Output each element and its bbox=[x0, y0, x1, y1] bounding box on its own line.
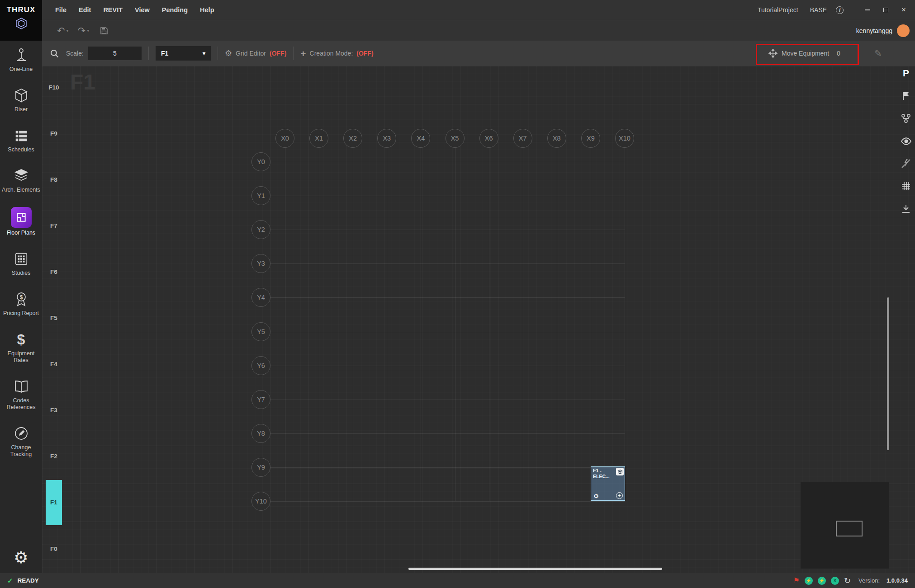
sidebar-item-label: Riser bbox=[14, 106, 28, 113]
save-icon[interactable] bbox=[100, 27, 108, 35]
canvas-toolbar: Scale: F1 ▾ ⚙ Grid Editor (OFF) + Creati… bbox=[42, 41, 915, 66]
floor-tab-f9[interactable]: F9 bbox=[46, 111, 62, 156]
eye-icon[interactable] bbox=[900, 135, 912, 147]
grid-line-horizontal bbox=[270, 297, 625, 298]
floor-tab-f3[interactable]: F3 bbox=[46, 388, 62, 433]
sidebar-item-label: Pricing Report bbox=[3, 310, 39, 317]
magnifier-icon[interactable] bbox=[50, 49, 59, 58]
menu-pending[interactable]: Pending bbox=[162, 6, 188, 14]
close-button[interactable]: × bbox=[900, 6, 908, 14]
creation-mode-label: Creation Mode: bbox=[310, 50, 353, 57]
y-axis-bubble-y7: Y7 bbox=[251, 390, 270, 409]
sidebar-item-one-line[interactable]: One-Line bbox=[0, 46, 42, 73]
sidebar-item-change-tracking[interactable]: Change Tracking bbox=[0, 424, 42, 458]
sidebar-item-codes-references[interactable]: Codes References bbox=[0, 377, 42, 411]
undo-chevron-icon[interactable]: ▾ bbox=[66, 28, 69, 33]
grid-line-horizontal bbox=[270, 467, 625, 468]
equipment-gear-icon[interactable]: ⚙ bbox=[593, 493, 599, 499]
pencil-icon[interactable]: ✎ bbox=[874, 41, 882, 66]
floor-dropdown-value: F1 bbox=[161, 50, 168, 57]
dollar-icon: $ bbox=[17, 330, 25, 348]
menu-help[interactable]: Help bbox=[200, 6, 214, 14]
creation-mode-toggle[interactable]: + Creation Mode: (OFF) bbox=[300, 49, 373, 58]
floor-tab-f5[interactable]: F5 bbox=[46, 296, 62, 341]
grid-line-horizontal bbox=[270, 263, 625, 264]
equipment-item[interactable]: F1 - ELEC... ⚙ + bbox=[591, 466, 625, 501]
scale-input[interactable] bbox=[88, 47, 142, 60]
floor-dropdown[interactable]: F1 ▾ bbox=[156, 46, 211, 61]
menu-revit[interactable]: REVIT bbox=[103, 6, 123, 14]
scale-label: Scale: bbox=[66, 50, 84, 57]
red-flag-icon[interactable]: ⚑ bbox=[793, 576, 800, 585]
sidebar-item-riser[interactable]: Riser bbox=[0, 86, 42, 113]
x-axis-bubble-x2: X2 bbox=[343, 129, 362, 148]
floor-tab-f4[interactable]: F4 bbox=[46, 342, 62, 387]
grid-line-vertical bbox=[489, 148, 489, 501]
floor-tab-f10[interactable]: F10 bbox=[46, 66, 62, 110]
sidebar-item-equipment-rates[interactable]: $ Equipment Rates bbox=[0, 330, 42, 364]
cross-circle-icon[interactable]: × bbox=[831, 577, 839, 585]
settings-gear-icon[interactable]: ⚙ bbox=[14, 550, 28, 566]
grid-line-horizontal bbox=[270, 162, 625, 162]
y-axis-bubble-y3: Y3 bbox=[251, 254, 270, 273]
refresh-icon[interactable]: ↻ bbox=[844, 577, 851, 585]
x-axis-bubble-x10: X10 bbox=[615, 129, 634, 148]
maximize-button[interactable] bbox=[882, 6, 890, 14]
info-icon[interactable]: i bbox=[836, 6, 844, 14]
thrux-logo: THRUX bbox=[0, 0, 42, 41]
menu-edit[interactable]: Edit bbox=[79, 6, 91, 14]
redo-chevron-icon[interactable]: ▾ bbox=[87, 28, 89, 33]
logo-hexagon-icon bbox=[14, 17, 28, 30]
sidebar-item-label: Arch. Elements bbox=[2, 187, 40, 193]
panels-button[interactable]: P bbox=[900, 67, 912, 80]
horizontal-scrollbar[interactable] bbox=[408, 568, 662, 570]
minimize-icon bbox=[865, 9, 870, 10]
menu-view[interactable]: View bbox=[135, 6, 150, 14]
x-axis-bubble-x7: X7 bbox=[513, 129, 532, 148]
menu-file[interactable]: File bbox=[55, 6, 66, 14]
floor-tab-f6[interactable]: F6 bbox=[46, 249, 62, 294]
minimize-button[interactable] bbox=[863, 6, 872, 14]
download-icon[interactable] bbox=[900, 202, 912, 215]
minimap-viewport[interactable] bbox=[836, 521, 863, 536]
y-axis-bubble-y0: Y0 bbox=[251, 152, 270, 171]
floor-tab-f8[interactable]: F8 bbox=[46, 157, 62, 202]
minimap[interactable] bbox=[801, 482, 889, 569]
grid-line-horizontal bbox=[270, 332, 625, 332]
x-axis-bubble-x4: X4 bbox=[411, 129, 430, 148]
grid-line-vertical bbox=[285, 148, 285, 501]
sidebar-item-floor-plans[interactable]: Floor Plans bbox=[0, 207, 42, 236]
sidebar-item-label: Floor Plans bbox=[7, 230, 35, 236]
creation-mode-state: (OFF) bbox=[356, 50, 373, 57]
floor-tab-f2[interactable]: F2 bbox=[46, 434, 62, 479]
undo-icon[interactable]: ↶ bbox=[57, 26, 65, 35]
workspace-badge[interactable]: BASE bbox=[810, 6, 827, 14]
grid-icon[interactable] bbox=[900, 180, 912, 193]
avatar[interactable] bbox=[897, 24, 910, 37]
open-book-icon bbox=[13, 377, 29, 395]
flag-icon[interactable] bbox=[900, 89, 912, 102]
sidebar-item-schedules[interactable]: Schedules bbox=[0, 127, 42, 153]
cube-icon[interactable] bbox=[616, 468, 624, 475]
floor-tab-f0[interactable]: F0 bbox=[46, 526, 62, 571]
y-axis-bubble-y9: Y9 bbox=[251, 458, 270, 477]
bolt2-circle-icon[interactable]: ⚡ bbox=[818, 577, 826, 585]
disconnect-icon[interactable] bbox=[900, 157, 912, 170]
sidebar-item-pricing-report[interactable]: $ Pricing Report bbox=[0, 290, 42, 317]
equipment-plus-icon[interactable]: + bbox=[616, 492, 623, 499]
grid-editor-state: (OFF) bbox=[270, 50, 286, 57]
grid-editor-toggle[interactable]: ⚙ Grid Editor (OFF) bbox=[225, 49, 286, 57]
hierarchy-icon[interactable] bbox=[900, 112, 912, 125]
floor-plan-canvas[interactable]: F1 X0X1X2X3X4X5X6X7X8X9X10Y0Y1Y2Y3Y4Y5Y6… bbox=[42, 66, 915, 573]
floor-tab-f1[interactable]: F1 bbox=[46, 480, 62, 525]
vertical-scrollbar[interactable] bbox=[887, 297, 889, 450]
floor-tab-f7[interactable]: F7 bbox=[46, 203, 62, 248]
sidebar-item-studies[interactable]: Studies bbox=[0, 250, 42, 277]
move-equipment-button[interactable]: Move Equipment 0 bbox=[768, 41, 840, 66]
riser-cube-icon bbox=[13, 86, 29, 104]
redo-icon[interactable]: ↷ bbox=[78, 26, 86, 35]
layers-stack-icon bbox=[13, 167, 29, 185]
menu-bar: FileEditREVITViewPendingHelp bbox=[55, 6, 226, 14]
bolt-circle-icon[interactable]: ⚡ bbox=[805, 577, 813, 585]
sidebar-item-arch-elements[interactable]: Arch. Elements bbox=[0, 167, 42, 193]
